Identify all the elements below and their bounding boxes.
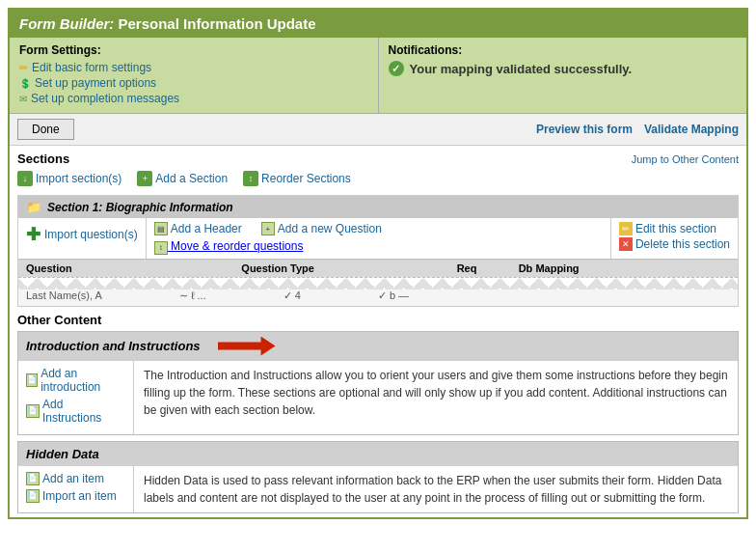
torn-col1: Last Name(s), A — [26, 290, 102, 302]
pencil-icon — [19, 61, 28, 74]
torn-col4: ✓ b — — [378, 290, 409, 302]
intro-block: Introduction and Instructions 📄 Add an i… — [17, 331, 739, 435]
th-db: Db Mapping — [519, 262, 730, 274]
delete-section-link[interactable]: ✕ Delete this section — [619, 237, 730, 251]
import-icon: ↓ — [17, 171, 33, 186]
add-question-link[interactable]: + Add a new Question — [261, 222, 382, 235]
section1-title-bar: 📁 Section 1: Biographic Information — [18, 196, 738, 218]
other-content: Other Content Introduction and Instructi… — [17, 313, 739, 513]
jump-to-other-content[interactable]: Jump to Other Content — [632, 153, 739, 165]
preview-link[interactable]: Preview this form — [536, 123, 633, 136]
reorder-sections-link[interactable]: ↕ Reorder Sections — [243, 171, 351, 186]
section1-right: ✏ Edit this section ✕ Delete this sectio… — [610, 218, 738, 259]
import-item-icon: 📄 — [26, 489, 40, 503]
add-header-link[interactable]: ▤ Add a Header — [154, 222, 242, 235]
import-item-link[interactable]: 📄 Import an item — [26, 489, 125, 503]
intro-links: 📄 Add an introduction 📄 Add Instructions — [18, 361, 134, 434]
page-icon2: + — [261, 222, 275, 235]
sections-title: Sections — [17, 152, 69, 166]
add-introduction-link[interactable]: 📄 Add an introduction — [26, 367, 125, 394]
envelope-icon — [19, 92, 27, 105]
torn-col3: ✓ 4 — [284, 290, 301, 302]
reorder-icon: ↕ — [243, 171, 258, 186]
intro-title-bar: Introduction and Instructions — [18, 332, 738, 361]
folder-icon: 📁 — [26, 200, 41, 214]
th-req: Req — [457, 262, 515, 274]
import-question-link[interactable]: ✚ Import question(s) — [26, 224, 138, 245]
hidden-body: 📄 Add an item 📄 Import an item Hidden Da… — [18, 466, 738, 512]
page-header: Form Builder: Personal Information Updat… — [10, 10, 746, 38]
toolbar: Done Preview this form Validate Mapping — [10, 114, 746, 146]
form-settings: Form Settings: Edit basic form settings … — [10, 38, 378, 113]
th-type: Question Type — [241, 262, 452, 274]
intro-description: The Introduction and Instructions allow … — [134, 361, 738, 434]
form-settings-label: Form Settings: — [19, 43, 368, 57]
edit-section-link[interactable]: ✏ Edit this section — [619, 222, 730, 235]
add-item-icon: 📄 — [26, 472, 40, 485]
dollar-icon — [19, 76, 31, 90]
section1-block: 📁 Section 1: Biographic Information ✚ Im… — [17, 195, 739, 307]
hidden-description: Hidden Data is used to pass relevant inf… — [134, 466, 738, 512]
section1-content: ✚ Import question(s) ▤ Add a Header + Ad… — [18, 218, 738, 259]
validate-link[interactable]: Validate Mapping — [644, 123, 739, 136]
intro-title-text: Introduction and Instructions — [26, 339, 201, 353]
plus-icon: ✚ — [26, 224, 40, 245]
completion-link[interactable]: Set up completion messages — [19, 92, 368, 105]
th-question: Question — [26, 262, 237, 274]
torn-row: Last Name(s), A ∼ ℓ ... ✓ 4 ✓ b — — [18, 277, 738, 306]
notifications: Notifications: ✓ Your mapping validated … — [378, 38, 747, 113]
edit-basic-link[interactable]: Edit basic form settings — [19, 61, 368, 74]
hidden-title-bar: Hidden Data — [18, 442, 738, 466]
red-arrow-icon — [218, 337, 276, 356]
check-icon: ✓ — [389, 61, 404, 76]
intro-page-icon: 📄 — [26, 373, 38, 387]
page-icon: ▤ — [154, 222, 168, 235]
add-section-link[interactable]: + Add a Section — [137, 171, 228, 186]
hidden-links: 📄 Add an item 📄 Import an item — [18, 466, 134, 512]
import-sections-link[interactable]: ↓ Import section(s) — [17, 171, 122, 186]
done-button[interactable]: Done — [17, 119, 74, 140]
move-icon: ↕ — [154, 241, 168, 255]
delete-icon: ✕ — [619, 237, 633, 251]
other-content-title: Other Content — [17, 313, 739, 327]
toolbar-right: Preview this form Validate Mapping — [536, 123, 739, 136]
notification-message: ✓ Your mapping validated successfully. — [389, 61, 738, 76]
payment-link[interactable]: Set up payment options — [19, 76, 368, 90]
section1-actions: ▤ Add a Header + Add a new Question — [154, 222, 603, 235]
table-header: Question Question Type Req Db Mapping — [18, 259, 738, 277]
section1-left: ✚ Import question(s) — [18, 218, 147, 259]
add-icon: + — [137, 171, 152, 186]
add-item-link[interactable]: 📄 Add an item — [26, 472, 125, 485]
hidden-block: Hidden Data 📄 Add an item 📄 Import an it… — [17, 441, 739, 513]
settings-row: Form Settings: Edit basic form settings … — [10, 38, 746, 114]
notifications-label: Notifications: — [389, 43, 738, 57]
torn-col2: ∼ ℓ ... — [179, 290, 206, 302]
torn-content: Last Name(s), A ∼ ℓ ... ✓ 4 ✓ b — — [26, 290, 409, 302]
move-reorder-link[interactable]: ↕ Move & reorder questions — [154, 239, 304, 253]
edit-icon: ✏ — [619, 222, 633, 235]
intro-body: 📄 Add an introduction 📄 Add Instructions… — [18, 361, 738, 434]
mid-actions-top: ▤ Add a Header + Add a new Question — [154, 222, 382, 235]
mid-actions-bottom: ↕ Move & reorder questions — [154, 239, 603, 255]
sections-header: Sections Jump to Other Content — [10, 146, 746, 168]
section-actions: ↓ Import section(s) + Add a Section ↕ Re… — [10, 168, 746, 191]
section1-mid: ▤ Add a Header + Add a new Question ↕ Mo… — [147, 218, 610, 259]
section1-title: Section 1: Biographic Information — [47, 201, 233, 214]
page-title: Form Builder: Personal Information Updat… — [19, 15, 316, 32]
instr-page-icon: 📄 — [26, 404, 40, 418]
add-instructions-link[interactable]: 📄 Add Instructions — [26, 398, 125, 425]
